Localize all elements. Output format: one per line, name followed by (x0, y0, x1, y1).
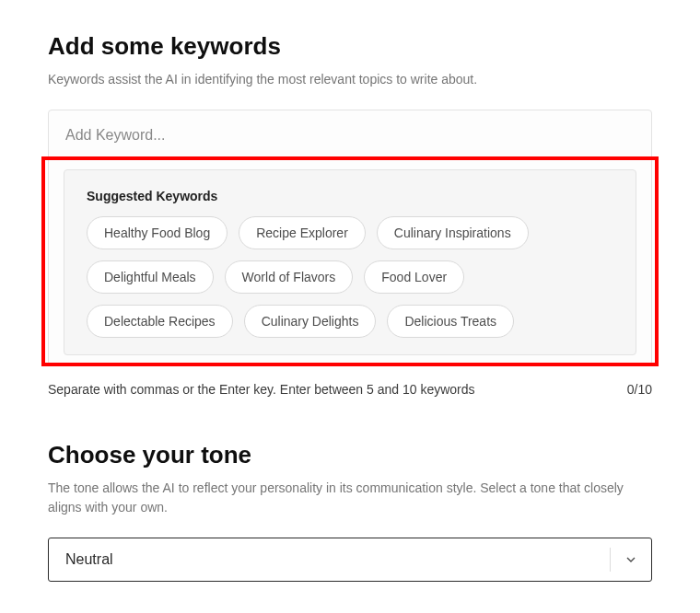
suggested-highlight: Suggested Keywords Healthy Food Blog Rec… (41, 156, 659, 366)
keywords-subtitle: Keywords assist the AI in identifying th… (48, 70, 652, 89)
chip-row: Delectable Recipes Culinary Delights Del… (87, 305, 613, 338)
keywords-title: Add some keywords (48, 32, 652, 61)
suggested-chip[interactable]: Delightful Meals (87, 260, 214, 294)
suggested-keywords-box: Suggested Keywords Healthy Food Blog Rec… (64, 169, 636, 355)
suggested-chip[interactable]: Delectable Recipes (87, 305, 233, 338)
chip-row: Healthy Food Blog Recipe Explorer Culina… (87, 216, 613, 249)
suggested-chip[interactable]: Recipe Explorer (239, 216, 366, 249)
keywords-helper-text: Separate with commas or the Enter key. E… (48, 382, 475, 397)
keyword-input[interactable] (49, 110, 651, 158)
chip-row: Delightful Meals World of Flavors Food L… (87, 260, 613, 294)
suggested-chip[interactable]: Culinary Delights (244, 305, 377, 338)
suggested-chip[interactable]: Culinary Inspirations (377, 216, 529, 249)
keywords-counter: 0/10 (627, 382, 652, 397)
tone-select[interactable]: Neutral (48, 538, 652, 582)
keyword-card: Suggested Keywords Healthy Food Blog Rec… (48, 110, 652, 365)
keywords-helper-row: Separate with commas or the Enter key. E… (48, 382, 652, 397)
suggested-chip[interactable]: Food Lover (364, 260, 464, 294)
suggested-chip-rows: Healthy Food Blog Recipe Explorer Culina… (87, 216, 613, 338)
suggested-chip[interactable]: World of Flavors (225, 260, 354, 294)
suggested-chip[interactable]: Healthy Food Blog (87, 216, 228, 249)
tone-subtitle: The tone allows the AI to reflect your p… (48, 479, 652, 517)
chevron-down-icon[interactable] (611, 538, 651, 581)
suggested-chip[interactable]: Delicious Treats (387, 305, 514, 338)
tone-title: Choose your tone (48, 441, 652, 469)
tone-selected-value: Neutral (49, 538, 610, 581)
suggested-keywords-title: Suggested Keywords (87, 189, 613, 203)
